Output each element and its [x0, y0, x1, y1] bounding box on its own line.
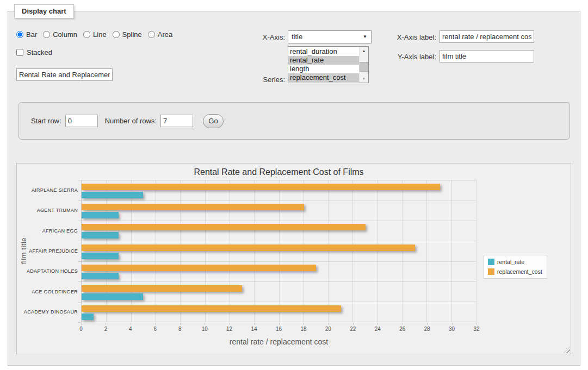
bar-rental_rate: [82, 212, 119, 218]
horizontal-gridline: [82, 261, 476, 262]
y-axis-label-input[interactable]: [440, 50, 534, 62]
vertical-gridline: [180, 180, 181, 322]
y-axis-tick: [78, 261, 81, 262]
chart-type-radio-column[interactable]: [43, 31, 50, 38]
bar-replacement_cost: [82, 305, 341, 312]
x-axis-tick-label: 6: [147, 326, 163, 332]
vertical-gridline: [304, 180, 304, 322]
chart-type-label: Spline: [122, 30, 142, 39]
horizontal-gridline: [82, 200, 476, 201]
page: Display chart BarColumnLineSplineArea St…: [0, 0, 588, 370]
x-axis-tick: [106, 323, 106, 325]
arrow-up-icon: ▲: [362, 49, 366, 53]
vertical-gridline: [402, 180, 403, 322]
num-rows-input[interactable]: [160, 115, 193, 127]
series-option-rental_duration[interactable]: rental_duration: [288, 47, 359, 56]
scroll-down-button[interactable]: ▼: [360, 74, 368, 83]
chart-type-radio-area[interactable]: [148, 31, 155, 38]
chart-legend: rental_ratereplacement_cost: [484, 255, 547, 279]
x-axis-selected-value: title: [292, 33, 302, 41]
x-axis-tick-label: 30: [444, 326, 460, 332]
vertical-gridline: [426, 180, 427, 322]
series-multiselect[interactable]: rental_durationrental_ratelengthreplacem…: [288, 46, 369, 83]
x-axis-tick-label: 2: [97, 326, 114, 332]
chart-type-option-line: Line: [83, 30, 107, 39]
x-axis-tick-label: 20: [320, 326, 336, 332]
x-axis-title: rental rate / replacement cost: [81, 337, 476, 346]
x-axis-tick-label: 14: [246, 326, 262, 332]
scroll-up-button[interactable]: ▲: [360, 47, 368, 55]
x-axis-tick: [377, 323, 378, 325]
series-field-label: Series:: [231, 76, 285, 84]
x-axis-label-field-label: X-Axis label:: [382, 33, 436, 42]
y-axis-tick: [78, 302, 81, 303]
x-axis-label-input[interactable]: [440, 30, 534, 43]
x-axis-tick: [328, 323, 329, 325]
bar-replacement_cost: [82, 244, 415, 251]
y-axis-tick: [78, 281, 81, 282]
y-axis-tick: [78, 221, 81, 221]
series-option-replacement_cost[interactable]: replacement_cost: [288, 73, 359, 82]
series-option-length[interactable]: length: [288, 65, 359, 73]
x-axis-tick: [254, 323, 255, 325]
vertical-gridline: [352, 180, 353, 322]
chart-type-radio-bar[interactable]: [16, 31, 23, 38]
x-axis-tick-label: 26: [394, 326, 411, 332]
vertical-gridline: [279, 180, 280, 322]
stacked-checkbox[interactable]: [16, 49, 23, 56]
legend-item-rental_rate[interactable]: rental_rate: [488, 259, 542, 265]
scrollbar[interactable]: ▲ ▼: [359, 47, 368, 83]
x-axis-select[interactable]: title ▼: [288, 30, 372, 43]
chart-title-input[interactable]: [16, 68, 113, 81]
x-axis-tick-label: 28: [419, 326, 435, 332]
x-axis-tick: [81, 323, 82, 325]
scrollbar-thumb[interactable]: [360, 62, 368, 72]
chart-type-radio-spline[interactable]: [113, 31, 120, 38]
vertical-gridline: [328, 180, 329, 322]
bar-replacement_cost: [82, 184, 440, 190]
bar-replacement_cost: [82, 224, 366, 230]
x-axis-tick-label: 22: [345, 326, 361, 332]
resize-handle-icon[interactable]: [564, 347, 570, 353]
go-button[interactable]: Go: [203, 114, 224, 128]
vertical-gridline: [254, 180, 255, 322]
x-axis-tick: [279, 323, 280, 325]
vertical-gridline: [476, 180, 476, 322]
chart-type-label: Column: [53, 30, 77, 39]
x-axis-tick-label: 10: [196, 326, 213, 332]
legend-label: replacement_cost: [497, 268, 542, 275]
x-axis-tick-label: 32: [468, 326, 485, 332]
vertical-gridline: [451, 180, 452, 322]
x-axis-tick: [304, 323, 304, 325]
chart-type-option-area: Area: [148, 30, 172, 39]
horizontal-gridline: [82, 221, 476, 221]
x-axis-tick: [452, 323, 453, 325]
bar-rental_rate: [82, 232, 119, 239]
x-axis-tick-label: 18: [295, 326, 312, 332]
bar-replacement_cost: [82, 285, 242, 292]
chart-type-label: Area: [158, 30, 172, 39]
x-axis-tick: [180, 323, 181, 325]
x-axis-tick-label: 12: [221, 326, 238, 332]
legend-label: rental_rate: [497, 259, 524, 265]
stacked-checkbox-row: Stacked: [16, 48, 52, 57]
chart-type-option-spline: Spline: [113, 30, 142, 39]
start-row-label: Start row:: [31, 117, 61, 125]
chart-type-label: Line: [93, 30, 107, 39]
chart-type-radio-group: BarColumnLineSplineArea: [16, 30, 178, 39]
plot-area: [81, 180, 476, 322]
horizontal-gridline: [82, 281, 476, 282]
chart-type-radio-line[interactable]: [83, 31, 90, 38]
x-axis-tick-label: 4: [122, 326, 139, 332]
bar-rental_rate: [82, 273, 119, 279]
horizontal-gridline: [82, 302, 476, 302]
horizontal-gridline: [82, 241, 476, 241]
legend-item-replacement_cost[interactable]: replacement_cost: [488, 268, 542, 275]
bar-replacement_cost: [82, 204, 304, 210]
series-option-rental_rate[interactable]: rental_rate: [288, 56, 359, 65]
category-label: ADAPTATION HOLES: [17, 268, 78, 274]
start-row-input[interactable]: [65, 115, 98, 127]
vertical-gridline: [131, 180, 132, 322]
x-axis-tick: [353, 323, 354, 325]
bar-rental_rate: [82, 192, 143, 198]
